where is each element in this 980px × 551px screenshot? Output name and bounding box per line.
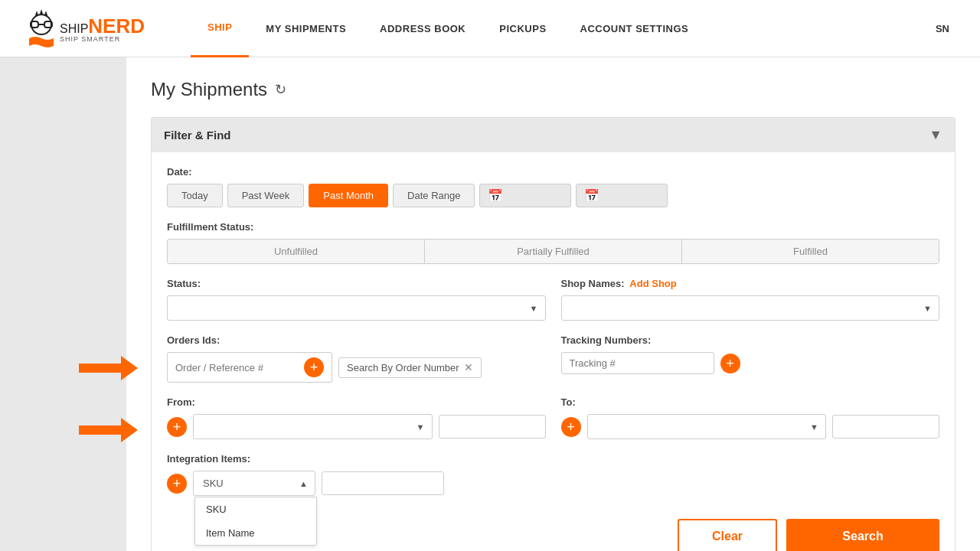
integration-text-input[interactable] — [322, 471, 444, 495]
user-initials[interactable]: SN — [928, 23, 957, 34]
filter-find-box: Filter & Find ▼ Date: Today Past Week Pa… — [151, 117, 956, 551]
to-select[interactable] — [587, 414, 827, 439]
status-select[interactable] — [167, 295, 546, 321]
tracking-numbers-col: Tracking Numbers: + — [561, 334, 940, 383]
main-wrapper: My Shipments ↻ Filter & Find ▼ Date: Tod… — [0, 57, 980, 551]
arrow-orders-body — [79, 364, 121, 373]
date-end-input[interactable]: 📅 — [576, 184, 668, 207]
header: SHIPNERD SHIP SMARTER SHIP MY SHIPMENTS … — [0, 0, 980, 57]
page-title: My Shipments ↻ — [151, 79, 956, 100]
logo-ship-text: SHIP — [60, 22, 88, 35]
integration-select[interactable]: SKU Item Name — [193, 471, 315, 496]
add-from-btn[interactable]: + — [167, 417, 187, 437]
order-tag-text: Search By Order Number — [347, 362, 459, 373]
to-select-wrap: ▼ — [587, 414, 827, 439]
fulfill-partially-btn[interactable]: Partially Fulfilled — [425, 240, 682, 263]
filter-body: Date: Today Past Week Past Month Date Ra… — [152, 152, 955, 551]
tracking-input[interactable] — [570, 357, 706, 369]
sidebar — [0, 57, 126, 551]
status-shop-row: Status: ▼ Shop Names: Add Shop — [167, 278, 939, 321]
shop-names-col: Shop Names: Add Shop ▼ — [561, 278, 940, 321]
from-label: From: — [167, 396, 546, 408]
order-tag-pill: Search By Order Number ✕ — [338, 357, 482, 378]
add-order-btn[interactable]: + — [304, 357, 324, 377]
date-range-btn[interactable]: Date Range — [393, 184, 475, 207]
date-today-btn[interactable]: Today — [167, 184, 223, 207]
calendar-start-icon: 📅 — [488, 188, 503, 203]
nav-ship[interactable]: SHIP — [191, 0, 249, 57]
status-label: Status: — [167, 278, 546, 289]
status-select-wrap: ▼ — [167, 295, 546, 321]
from-to-row: From: + ▼ To: + — [167, 396, 939, 439]
nav-account-settings[interactable]: ACCOUNT SETTINGS — [564, 0, 706, 57]
refresh-icon[interactable]: ↻ — [275, 81, 286, 98]
dropdown-sku-option[interactable]: SKU — [195, 497, 316, 521]
nav-address-book[interactable]: ADDRESS BOOK — [363, 0, 482, 57]
calendar-end-icon: 📅 — [584, 188, 599, 203]
fulfill-unfulfilled-btn[interactable]: Unfulfilled — [168, 240, 425, 263]
add-shop-link[interactable]: Add Shop — [629, 278, 676, 289]
date-section: Date: Today Past Week Past Month Date Ra… — [167, 166, 939, 207]
tracking-field — [561, 352, 714, 374]
integration-select-wrap: SKU Item Name ▲ — [193, 471, 315, 496]
chevron-down-icon: ▼ — [929, 127, 942, 143]
date-past-month-btn[interactable]: Past Month — [309, 184, 388, 207]
logo: SHIPNERD SHIP SMARTER — [23, 8, 145, 50]
arrow-orders-ids — [79, 356, 138, 380]
clear-button[interactable]: Clear — [678, 519, 777, 551]
to-text-input[interactable] — [832, 415, 939, 439]
orders-tracking-row: Orders Ids: + Search By Order Number ✕ — [167, 334, 939, 383]
date-past-week-btn[interactable]: Past Week — [227, 184, 305, 207]
date-start-input[interactable]: 📅 — [479, 184, 571, 207]
logo-icon — [23, 8, 60, 50]
order-tag-close[interactable]: ✕ — [464, 362, 473, 373]
tracking-numbers-label: Tracking Numbers: — [561, 334, 940, 346]
add-tracking-btn[interactable]: + — [720, 354, 740, 373]
filter-header-text: Filter & Find — [164, 129, 231, 142]
shop-names-label: Shop Names: Add Shop — [561, 278, 940, 289]
filter-header[interactable]: Filter & Find ▼ — [152, 118, 955, 152]
add-to-btn[interactable]: + — [561, 417, 581, 437]
nav-my-shipments[interactable]: MY SHIPMENTS — [249, 0, 363, 57]
fulfillment-label: Fulfillment Status: — [167, 221, 939, 233]
orders-ids-row: + Search By Order Number ✕ — [167, 352, 546, 383]
arrow-from — [79, 418, 138, 442]
from-select-wrap: ▼ — [193, 414, 433, 439]
to-row: + ▼ — [561, 414, 940, 439]
logo-nerd-text: NERD — [88, 15, 145, 37]
from-text-input[interactable] — [439, 415, 546, 439]
status-col: Status: ▼ — [167, 278, 546, 321]
to-col: To: + ▼ — [561, 396, 940, 439]
integration-row: + SKU Item Name ▲ SKU Item Nam — [167, 471, 939, 496]
from-col: From: + ▼ — [167, 396, 546, 439]
date-label: Date: — [167, 166, 939, 178]
integration-section: Integration Items: + SKU Item Name ▲ — [167, 453, 939, 496]
date-row: Today Past Week Past Month Date Range 📅 … — [167, 184, 939, 207]
page-title-text: My Shipments — [151, 79, 267, 100]
arrow-from-head — [121, 418, 138, 442]
shop-names-select[interactable] — [561, 295, 940, 321]
shop-names-select-wrap: ▼ — [561, 295, 940, 321]
fulfillment-section: Fulfillment Status: Unfulfilled Partiall… — [167, 221, 939, 264]
orders-ids-label: Orders Ids: — [167, 334, 546, 346]
main-nav: SHIP MY SHIPMENTS ADDRESS BOOK PICKUPS A… — [191, 0, 928, 57]
integration-dropdown-menu: SKU Item Name — [194, 497, 317, 546]
dropdown-item-name-option[interactable]: Item Name — [195, 521, 316, 545]
arrow-orders-head — [121, 356, 138, 380]
add-integration-btn[interactable]: + — [167, 474, 187, 494]
order-reference-input[interactable] — [175, 362, 304, 373]
search-button[interactable]: Search — [786, 519, 939, 551]
orders-ids-col: Orders Ids: + Search By Order Number ✕ — [167, 334, 546, 383]
fulfillment-row: Unfulfilled Partially Fulfilled Fulfille… — [167, 239, 939, 264]
nav-pickups[interactable]: PICKUPS — [482, 0, 563, 57]
from-select[interactable] — [193, 414, 433, 439]
tracking-input-wrap: + — [561, 352, 940, 374]
from-row: + ▼ — [167, 414, 546, 439]
content-area: My Shipments ↻ Filter & Find ▼ Date: Tod… — [126, 57, 980, 551]
to-label: To: — [561, 396, 940, 408]
integration-items-label: Integration Items: — [167, 453, 939, 465]
order-input-wrap: + — [167, 352, 332, 383]
fulfill-fulfilled-btn[interactable]: Fulfilled — [682, 240, 939, 263]
arrow-from-body — [79, 425, 121, 435]
